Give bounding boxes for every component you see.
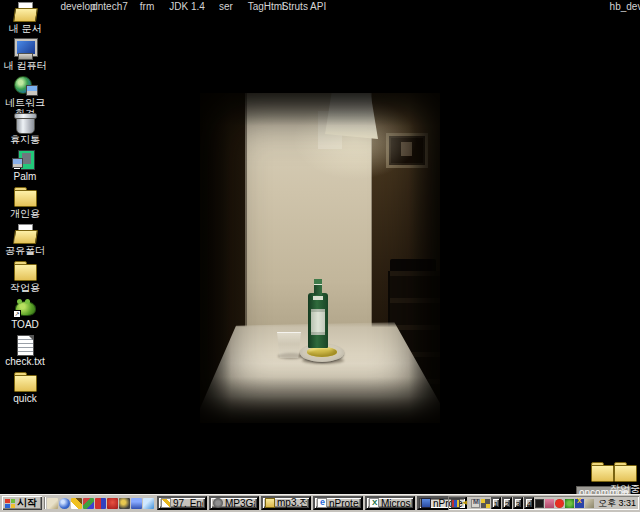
network-globe-icon (12, 76, 38, 96)
antivirus-v3-icon[interactable] (565, 499, 574, 508)
start-label: 시작 (17, 496, 37, 510)
icon-label: 작업용 (0, 282, 50, 293)
taskbar-button-label: Microsoft E... (381, 498, 411, 509)
palm-device-icon (12, 150, 38, 170)
folder-icon (265, 498, 275, 508)
icon-label: 개인용 (0, 208, 50, 219)
window-buttons: 97. Engelbe... MP3Gain [... mp3.전송 nProt… (157, 496, 467, 510)
nprotect-icon (421, 498, 431, 508)
taskbar-button-mp3-transfer[interactable]: mp3.전송 (261, 496, 311, 510)
desktop-shortcut-frm[interactable]: frm (140, 1, 154, 12)
desktop: develop dntech7 frm JDK 1.4 ser TagHtml … (0, 0, 640, 512)
desktop-pager-4[interactable]: 4 (524, 497, 534, 509)
icon-label: 내 컴퓨터 (0, 60, 50, 71)
messenger-m-icon[interactable] (471, 499, 480, 508)
desktop-icon-my-computer[interactable]: 내 컴퓨터 (0, 39, 50, 71)
my-computer-icon (12, 39, 38, 59)
excel-icon (369, 498, 379, 508)
desktop-icon-work[interactable]: 작업용 (0, 261, 50, 293)
windows-logo-icon (5, 499, 15, 508)
taskbar-button-microsoft-excel[interactable]: Microsoft E... (365, 496, 415, 510)
system-tray: 1 2 3 4 오후 3:31 (448, 496, 639, 510)
taskbar-button-engelbe[interactable]: 97. Engelbe... (157, 496, 207, 510)
pencil-editor-icon[interactable] (71, 498, 82, 509)
icon-label: check.txt (0, 356, 50, 367)
taskbar-divider (44, 497, 46, 509)
black-tool-icon[interactable] (535, 499, 544, 508)
icon-label: 휴지통 (0, 134, 50, 145)
updater-icon[interactable] (585, 499, 594, 508)
taskbar: 시작 97. Engelbe... (0, 494, 640, 512)
tray-clock[interactable]: 오후 3:31 (595, 497, 636, 510)
my-documents-icon (12, 2, 38, 22)
icon-label: quick (0, 393, 50, 404)
taskbar-button-nprotect-co[interactable]: nProtect.co... (313, 496, 363, 510)
toad-frog-icon (12, 298, 38, 318)
shortcut-arrow-overlay (13, 162, 21, 170)
desktop-shortcut-ser[interactable]: ser (219, 1, 233, 12)
icon-label: 작업중 (608, 483, 640, 494)
internet-explorer-icon[interactable] (59, 498, 70, 509)
desktop-icon-my-documents[interactable]: 내 문서 (0, 2, 50, 34)
taskbar-button-label: MP3Gain [... (225, 498, 255, 509)
shortcut-arrow-overlay (13, 310, 21, 318)
blue-xg-icon[interactable] (575, 499, 584, 508)
desktop-icon-quick[interactable]: quick (0, 372, 50, 404)
recycle-bin-icon (12, 113, 38, 133)
start-button[interactable]: 시작 (2, 496, 42, 510)
red-app-icon[interactable] (107, 498, 118, 509)
pink-app-icon[interactable] (545, 499, 554, 508)
folder-icon (12, 261, 38, 281)
desktop-icon-shared-folder[interactable]: 공유폴더 (0, 224, 50, 256)
colorful-app-icon[interactable] (83, 498, 94, 509)
icon-label: Palm (0, 171, 50, 182)
desktop-pager-3[interactable]: 3 (513, 497, 523, 509)
dark-globe-icon[interactable] (119, 498, 130, 509)
blue-swoosh-icon[interactable] (143, 498, 154, 509)
shortcut-arrow-overlay (13, 236, 21, 244)
red-disc-icon[interactable] (555, 499, 564, 508)
shortcut-arrow-overlay (590, 474, 598, 482)
show-desktop-icon[interactable] (47, 498, 58, 509)
folder-icon (612, 462, 638, 482)
desktop-shortcut-develop[interactable]: develop (60, 1, 95, 12)
desktop-pager-2[interactable]: 2 (502, 497, 512, 509)
desktop-icon-palm[interactable]: Palm (0, 150, 50, 182)
folder-icon (12, 372, 38, 392)
icon-label: TOAD (0, 319, 50, 330)
icon-label: 내 문서 (0, 23, 50, 34)
taskbar-button-label: mp3.전송 (277, 496, 307, 510)
desktop-shortcut-dntech7[interactable]: dntech7 (92, 1, 128, 12)
red-blue-app-icon[interactable] (95, 498, 106, 509)
desktop-icon-check-txt[interactable]: check.txt (0, 335, 50, 367)
shortcut-arrow-overlay (13, 199, 21, 207)
display-settings-icon[interactable] (451, 499, 460, 508)
desktop-icon-working[interactable]: 작업중 (608, 462, 640, 494)
desktop-icon-personal[interactable]: 개인용 (0, 187, 50, 219)
volume-icon[interactable] (461, 499, 470, 508)
ie-document-icon (317, 498, 327, 508)
quick-launch-bar (47, 496, 154, 510)
desktop-shortcut-jdk14[interactable]: JDK 1.4 (169, 1, 205, 12)
icon-label: 공유폴더 (0, 245, 50, 256)
blue-window-icon[interactable] (131, 498, 142, 509)
playlist-note-icon (161, 498, 171, 508)
text-file-icon (12, 335, 38, 355)
taskbar-button-label: 97. Engelbe... (173, 498, 203, 509)
desktop-icon-toad[interactable]: TOAD (0, 298, 50, 330)
photo-vignette (200, 93, 440, 423)
shared-folder-icon (12, 224, 38, 244)
taskbar-button-mp3gain[interactable]: MP3Gain [... (209, 496, 259, 510)
desktop-shortcut-taghtml[interactable]: TagHtml (248, 1, 285, 12)
yellow-grid-icon[interactable] (481, 499, 490, 508)
desktop-icon-recycle-bin[interactable]: 휴지통 (0, 113, 50, 145)
mp3gain-icon (213, 498, 223, 508)
folder-icon (12, 187, 38, 207)
desktop-pager-1[interactable]: 1 (491, 497, 501, 509)
desktop-shortcut-struts-api[interactable]: Struts API (282, 1, 326, 12)
desktop-shortcut-hb-dev[interactable]: hb_dev (610, 1, 640, 12)
taskbar-button-label: nProtect.co... (329, 498, 359, 509)
wallpaper-photo (200, 93, 440, 423)
